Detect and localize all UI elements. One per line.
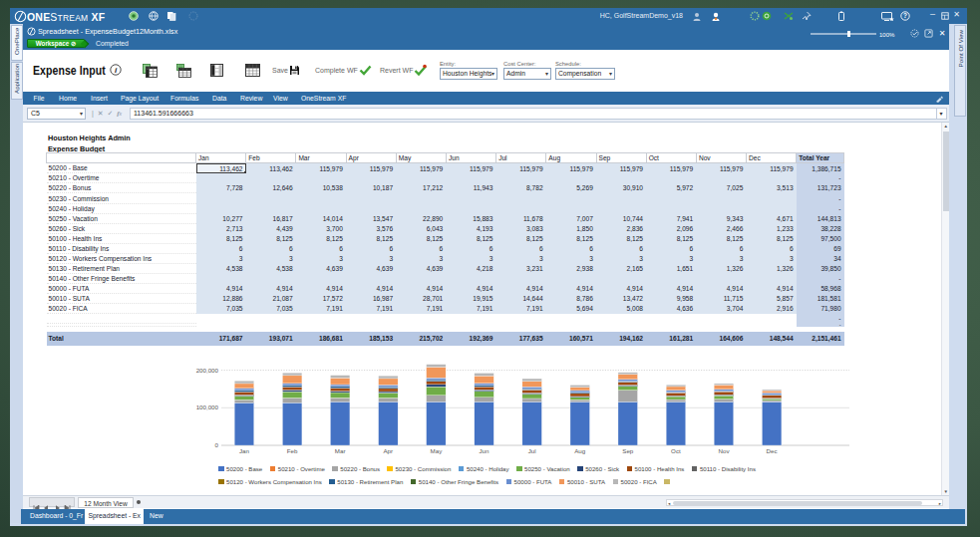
svg-text:Jul: Jul	[528, 447, 536, 454]
svg-text:100,000: 100,000	[196, 403, 219, 410]
svg-text:Apr: Apr	[383, 447, 393, 454]
svg-text:Mar: Mar	[335, 447, 346, 454]
svg-text:Feb: Feb	[287, 447, 298, 454]
svg-text:i: i	[115, 66, 118, 75]
svg-text:Oct: Oct	[671, 447, 681, 454]
svg-text:Jan: Jan	[239, 447, 250, 454]
svg-text:Dec: Dec	[767, 447, 778, 454]
svg-text:0: 0	[215, 441, 219, 448]
svg-text:Sep: Sep	[622, 447, 634, 454]
svg-text:100%: 100%	[879, 32, 895, 38]
svg-text:?: ?	[903, 12, 907, 19]
svg-text:Aug: Aug	[574, 447, 586, 454]
svg-text:200,000: 200,000	[196, 367, 219, 374]
svg-text:Jun: Jun	[480, 447, 490, 454]
svg-text:May: May	[431, 447, 444, 454]
svg-text:Nov: Nov	[718, 447, 730, 454]
